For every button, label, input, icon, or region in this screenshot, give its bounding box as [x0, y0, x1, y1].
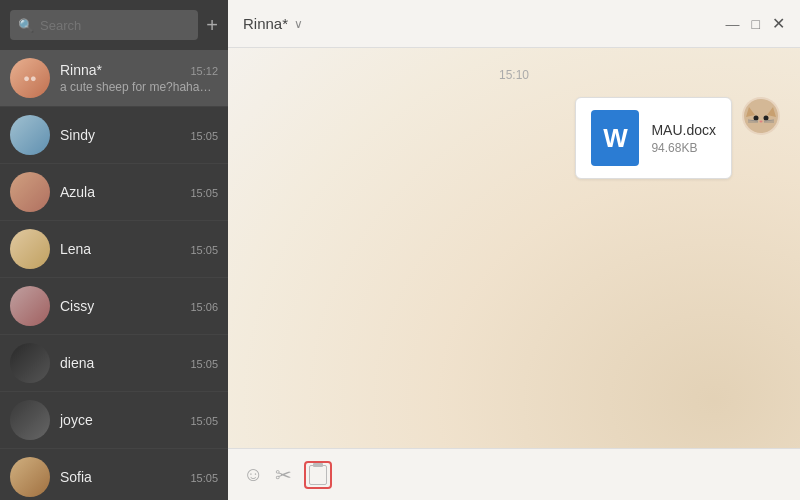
contact-item-sofia[interactable]: Sofia 15:05 — [0, 449, 228, 500]
chat-header-name: Rinna* ∨ — [243, 15, 303, 32]
sidebar: 🔍 + ●● Rinna* 15:12 a cute sheep for me?… — [0, 0, 228, 500]
contact-time-sofia: 15:05 — [190, 472, 218, 484]
search-icon: 🔍 — [18, 18, 34, 33]
contact-name-joyce: joyce — [60, 412, 93, 428]
contact-item-lena[interactable]: Lena 15:05 — [0, 221, 228, 278]
avatar-joyce — [10, 400, 50, 440]
contact-item-azula[interactable]: Azula 15:05 — [0, 164, 228, 221]
contact-item-diena[interactable]: diena 15:05 — [0, 335, 228, 392]
contact-item-cissy[interactable]: Cissy 15:06 — [0, 278, 228, 335]
contact-info-sofia: Sofia 15:05 — [60, 469, 218, 485]
contact-preview-rinna: a cute sheep for me?hahaha... — [60, 80, 218, 94]
contact-info-sindy: Sindy 15:05 — [60, 127, 218, 143]
contact-info-azula: Azula 15:05 — [60, 184, 218, 200]
contact-info-diena: diena 15:05 — [60, 355, 218, 371]
contact-time-lena: 15:05 — [190, 244, 218, 256]
contact-name-diena: diena — [60, 355, 94, 371]
chat-header: Rinna* ∨ — □ ✕ — [228, 0, 800, 48]
app-window: 🔍 + ●● Rinna* 15:12 a cute sheep for me?… — [0, 0, 800, 500]
contact-item-joyce[interactable]: joyce 15:05 — [0, 392, 228, 449]
chevron-down-icon[interactable]: ∨ — [294, 17, 303, 31]
contact-time-diena: 15:05 — [190, 358, 218, 370]
contact-time-azula: 15:05 — [190, 187, 218, 199]
contact-info-joyce: joyce 15:05 — [60, 412, 218, 428]
chat-messages: 15:10 W MAU.docx 94.68KB — [228, 48, 800, 448]
scissors-button[interactable]: ✂ — [275, 463, 292, 487]
search-input[interactable] — [40, 18, 190, 33]
contact-item-sindy[interactable]: Sindy 15:05 — [0, 107, 228, 164]
contact-item-rinna[interactable]: ●● Rinna* 15:12 a cute sheep for me?haha… — [0, 50, 228, 107]
chat-contact-name: Rinna* — [243, 15, 288, 32]
chat-input-bar: ☺ ✂ — [228, 448, 800, 500]
contact-time-cissy: 15:06 — [190, 301, 218, 313]
svg-point-3 — [754, 116, 759, 121]
contact-name-cissy: Cissy — [60, 298, 94, 314]
contact-time-sindy: 15:05 — [190, 130, 218, 142]
file-name: MAU.docx — [651, 122, 716, 138]
paste-icon — [309, 465, 327, 485]
add-contact-button[interactable]: + — [206, 15, 218, 35]
svg-point-4 — [764, 116, 769, 121]
avatar-cissy — [10, 286, 50, 326]
avatar-azula — [10, 172, 50, 212]
sender-avatar — [742, 97, 780, 135]
contact-name-azula: Azula — [60, 184, 95, 200]
avatar-lena — [10, 229, 50, 269]
window-controls: — □ ✕ — [726, 16, 785, 32]
contact-info-rinna: Rinna* 15:12 a cute sheep for me?hahaha.… — [60, 62, 218, 94]
emoji-button[interactable]: ☺ — [243, 463, 263, 486]
file-size: 94.68KB — [651, 141, 716, 155]
avatar-sindy — [10, 115, 50, 155]
contact-time-joyce: 15:05 — [190, 415, 218, 427]
avatar-diena — [10, 343, 50, 383]
avatar-rinna: ●● — [10, 58, 50, 98]
search-bar[interactable]: 🔍 — [10, 10, 198, 40]
cat-avatar-svg — [744, 99, 778, 133]
contact-name-sindy: Sindy — [60, 127, 95, 143]
file-message-row: W MAU.docx 94.68KB — [248, 97, 780, 179]
close-button[interactable]: ✕ — [772, 16, 785, 32]
contact-info-cissy: Cissy 15:06 — [60, 298, 218, 314]
contact-name-rinna: Rinna* — [60, 62, 102, 78]
contact-time-rinna: 15:12 — [190, 65, 218, 77]
chat-area: Rinna* ∨ — □ ✕ 15:10 W MAU.docx 94.68KB — [228, 0, 800, 500]
message-timestamp: 15:10 — [248, 68, 780, 82]
sidebar-header: 🔍 + — [0, 0, 228, 50]
contact-name-lena: Lena — [60, 241, 91, 257]
svg-point-5 — [760, 121, 763, 123]
contact-name-sofia: Sofia — [60, 469, 92, 485]
maximize-button[interactable]: □ — [752, 17, 760, 31]
avatar-sofia — [10, 457, 50, 497]
contact-list: ●● Rinna* 15:12 a cute sheep for me?haha… — [0, 50, 228, 500]
word-file-icon: W — [591, 110, 639, 166]
paste-button[interactable] — [304, 461, 332, 489]
minimize-button[interactable]: — — [726, 17, 740, 31]
file-message-bubble[interactable]: W MAU.docx 94.68KB — [575, 97, 732, 179]
file-info: MAU.docx 94.68KB — [651, 122, 716, 155]
contact-info-lena: Lena 15:05 — [60, 241, 218, 257]
